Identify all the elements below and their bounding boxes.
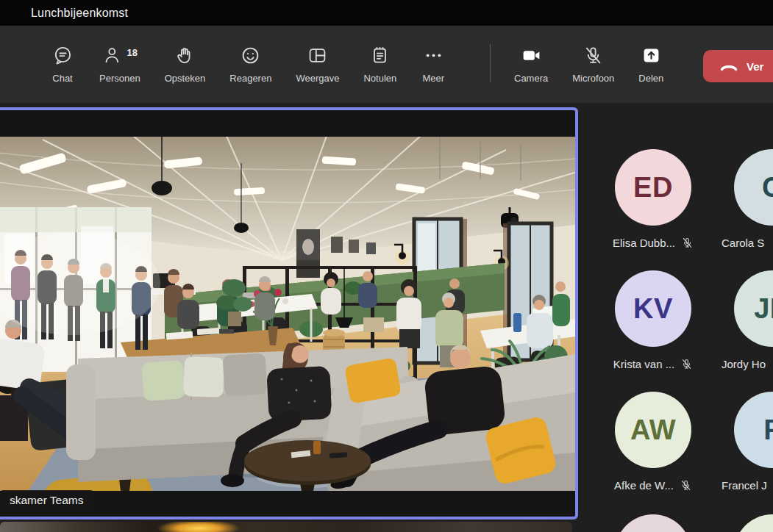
notes-icon (369, 45, 391, 66)
people-label: Personen (99, 73, 140, 84)
gallery-view-icon (307, 45, 328, 66)
secondary-video-tile[interactable] (0, 522, 572, 532)
more-label: Meer (422, 73, 444, 84)
chat-label: Chat (52, 73, 72, 84)
participant-name: Afke de W... (614, 479, 674, 492)
main-video-name-label: skamer Teams (0, 490, 93, 511)
teams-meeting-window: { "titlebar": { "title": "Lunchbijeenkom… (0, 0, 773, 532)
view-label: Weergave (296, 73, 339, 84)
participant-name: Francel J (722, 479, 767, 492)
meeting-stage: skamer Teams ED Elisa Dubb... C Carola S… (0, 103, 773, 532)
raise-hand-icon (174, 45, 196, 66)
microphone-label: Microfoon (572, 73, 614, 84)
leave-call-button[interactable]: Ver (703, 50, 773, 82)
meeting-title: Lunchbijeenkomst (31, 7, 128, 20)
avatar: C (734, 149, 773, 226)
main-video-tile[interactable]: skamer Teams (0, 107, 578, 520)
avatar: AW (615, 392, 691, 468)
notes-button[interactable]: Notulen (363, 42, 396, 84)
leave-label: Ver (747, 60, 763, 73)
camera-button[interactable]: Camera (514, 42, 548, 84)
react-label: Reageren (229, 73, 271, 84)
avatar (615, 514, 691, 532)
office-room-video (0, 137, 575, 491)
more-icon (423, 45, 444, 66)
participant-tile[interactable]: F Francel J (688, 392, 773, 492)
microphone-button[interactable]: Microfoon (572, 42, 614, 84)
share-button[interactable]: Delen (638, 42, 663, 84)
participant-count-badge: 18 (127, 47, 138, 58)
toolbar-divider (490, 44, 491, 82)
avatar: F (734, 392, 773, 468)
raise-hand-label: Opsteken (165, 73, 206, 84)
react-button[interactable]: Reageren (229, 42, 271, 84)
meeting-titlebar: Lunchbijeenkomst (0, 0, 773, 26)
participant-name: Carola S (722, 237, 764, 249)
camera-on-icon (521, 45, 542, 66)
participant-name: Jordy Ho (722, 358, 766, 370)
participant-tile[interactable] (688, 514, 773, 532)
share-label: Delen (638, 73, 663, 84)
smiley-icon (240, 45, 261, 66)
chat-button[interactable]: Chat (50, 42, 75, 84)
raise-hand-button[interactable]: Opsteken (165, 42, 206, 84)
people-button[interactable]: 18 Personen (99, 42, 140, 84)
meeting-toolbar: Chat 18 Personen Opsteken Re (0, 26, 773, 103)
participant-name: Krista van ... (613, 358, 674, 370)
mic-muted-icon (583, 45, 604, 66)
participant-name: Elisa Dubb... (613, 237, 675, 249)
avatar: JH (734, 270, 773, 347)
toolbar-device-group: Camera Microfoon Delen (514, 42, 663, 84)
avatar (734, 514, 773, 532)
view-button[interactable]: Weergave (296, 42, 339, 84)
people-icon (102, 45, 124, 66)
toolbar-left-group: Chat 18 Personen Opsteken Re (50, 42, 446, 84)
share-icon (641, 45, 662, 66)
participant-tile[interactable]: JH Jordy Ho (688, 270, 773, 371)
notes-label: Notulen (363, 73, 396, 84)
hang-up-icon (719, 60, 738, 72)
participant-tile[interactable]: C Carola S (688, 149, 773, 250)
more-button[interactable]: Meer (421, 42, 446, 84)
avatar: ED (615, 149, 691, 226)
avatar: KV (615, 270, 691, 347)
chat-icon (52, 45, 74, 66)
camera-label: Camera (514, 73, 548, 84)
room-name: skamer Teams (10, 494, 84, 507)
